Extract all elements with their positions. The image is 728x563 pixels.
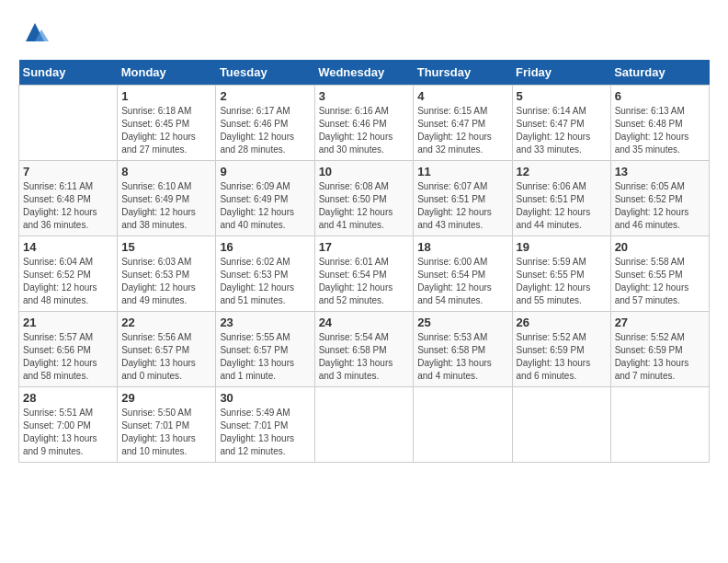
calendar-cell: 24Sunrise: 5:54 AM Sunset: 6:58 PM Dayli…: [314, 312, 414, 387]
day-info: Sunrise: 6:17 AM Sunset: 6:46 PM Dayligh…: [220, 105, 310, 156]
day-number: 1: [121, 89, 211, 103]
day-info: Sunrise: 6:16 AM Sunset: 6:46 PM Dayligh…: [319, 105, 410, 156]
calendar-cell: 10Sunrise: 6:08 AM Sunset: 6:50 PM Dayli…: [314, 161, 414, 236]
day-info: Sunrise: 6:18 AM Sunset: 6:45 PM Dayligh…: [121, 105, 211, 156]
calendar-cell: 1Sunrise: 6:18 AM Sunset: 6:45 PM Daylig…: [118, 86, 216, 161]
day-of-week-header: Monday: [118, 60, 216, 86]
calendar-cell: 9Sunrise: 6:09 AM Sunset: 6:49 PM Daylig…: [216, 161, 314, 236]
calendar-cell: 20Sunrise: 5:58 AM Sunset: 6:55 PM Dayli…: [610, 236, 709, 312]
day-number: 27: [615, 316, 705, 329]
day-info: Sunrise: 6:01 AM Sunset: 6:54 PM Dayligh…: [319, 256, 410, 307]
calendar-cell: 2Sunrise: 6:17 AM Sunset: 6:46 PM Daylig…: [216, 86, 314, 161]
day-info: Sunrise: 5:55 AM Sunset: 6:57 PM Dayligh…: [220, 331, 310, 383]
day-info: Sunrise: 5:59 AM Sunset: 6:55 PM Dayligh…: [517, 256, 607, 307]
calendar-cell: 3Sunrise: 6:16 AM Sunset: 6:46 PM Daylig…: [314, 86, 414, 161]
calendar-cell: 27Sunrise: 5:52 AM Sunset: 6:59 PM Dayli…: [610, 312, 709, 387]
day-number: 18: [417, 240, 507, 254]
day-number: 2: [220, 89, 310, 103]
day-number: 13: [615, 165, 705, 178]
page-header: [18, 18, 710, 51]
day-info: Sunrise: 5:52 AM Sunset: 6:59 PM Dayligh…: [517, 331, 607, 383]
day-info: Sunrise: 6:06 AM Sunset: 6:51 PM Dayligh…: [517, 180, 607, 232]
day-info: Sunrise: 5:58 AM Sunset: 6:55 PM Dayligh…: [615, 256, 705, 307]
calendar-week-row: 28Sunrise: 5:51 AM Sunset: 7:00 PM Dayli…: [19, 387, 710, 463]
calendar-cell: [414, 387, 512, 463]
calendar-cell: 7Sunrise: 6:11 AM Sunset: 6:48 PM Daylig…: [19, 161, 118, 236]
calendar-cell: 8Sunrise: 6:10 AM Sunset: 6:49 PM Daylig…: [118, 161, 216, 236]
logo: [18, 18, 49, 51]
calendar-cell: [512, 387, 610, 463]
calendar-cell: 5Sunrise: 6:14 AM Sunset: 6:47 PM Daylig…: [512, 86, 610, 161]
calendar-cell: 25Sunrise: 5:53 AM Sunset: 6:58 PM Dayli…: [414, 312, 512, 387]
calendar-header-row: SundayMondayTuesdayWednesdayThursdayFrid…: [19, 60, 710, 86]
day-number: 20: [615, 240, 705, 254]
day-info: Sunrise: 5:56 AM Sunset: 6:57 PM Dayligh…: [121, 331, 211, 383]
calendar-cell: [610, 387, 709, 463]
calendar-cell: 23Sunrise: 5:55 AM Sunset: 6:57 PM Dayli…: [216, 312, 314, 387]
day-of-week-header: Saturday: [610, 60, 709, 86]
calendar-cell: 22Sunrise: 5:56 AM Sunset: 6:57 PM Dayli…: [118, 312, 216, 387]
calendar-cell: 13Sunrise: 6:05 AM Sunset: 6:52 PM Dayli…: [610, 161, 709, 236]
day-info: Sunrise: 6:00 AM Sunset: 6:54 PM Dayligh…: [417, 256, 507, 307]
day-info: Sunrise: 6:03 AM Sunset: 6:53 PM Dayligh…: [121, 256, 211, 307]
day-info: Sunrise: 6:05 AM Sunset: 6:52 PM Dayligh…: [615, 180, 705, 232]
calendar-cell: [19, 86, 118, 161]
calendar-cell: 15Sunrise: 6:03 AM Sunset: 6:53 PM Dayli…: [118, 236, 216, 312]
logo-text: [18, 18, 49, 51]
day-number: 16: [220, 240, 310, 254]
calendar-cell: 4Sunrise: 6:15 AM Sunset: 6:47 PM Daylig…: [414, 86, 512, 161]
day-info: Sunrise: 5:57 AM Sunset: 6:56 PM Dayligh…: [23, 331, 113, 383]
day-info: Sunrise: 5:49 AM Sunset: 7:01 PM Dayligh…: [220, 407, 310, 458]
day-info: Sunrise: 6:11 AM Sunset: 6:48 PM Dayligh…: [23, 180, 113, 232]
day-info: Sunrise: 6:15 AM Sunset: 6:47 PM Dayligh…: [417, 105, 507, 156]
day-number: 9: [220, 165, 310, 178]
day-number: 5: [517, 89, 607, 103]
day-number: 28: [23, 391, 113, 405]
calendar-cell: 6Sunrise: 6:13 AM Sunset: 6:48 PM Daylig…: [610, 86, 709, 161]
calendar-week-row: 21Sunrise: 5:57 AM Sunset: 6:56 PM Dayli…: [19, 312, 710, 387]
day-number: 21: [23, 316, 113, 329]
calendar-cell: 26Sunrise: 5:52 AM Sunset: 6:59 PM Dayli…: [512, 312, 610, 387]
logo-icon: [21, 18, 49, 46]
day-number: 4: [417, 89, 507, 103]
day-number: 10: [319, 165, 410, 178]
day-of-week-header: Sunday: [19, 60, 118, 86]
day-number: 24: [319, 316, 410, 329]
day-number: 12: [517, 165, 607, 178]
day-of-week-header: Friday: [512, 60, 610, 86]
day-number: 23: [220, 316, 310, 329]
day-info: Sunrise: 6:02 AM Sunset: 6:53 PM Dayligh…: [220, 256, 310, 307]
calendar-cell: 11Sunrise: 6:07 AM Sunset: 6:51 PM Dayli…: [414, 161, 512, 236]
day-info: Sunrise: 5:50 AM Sunset: 7:01 PM Dayligh…: [121, 407, 211, 458]
day-number: 19: [517, 240, 607, 254]
day-info: Sunrise: 6:09 AM Sunset: 6:49 PM Dayligh…: [220, 180, 310, 232]
day-number: 7: [23, 165, 113, 178]
day-number: 14: [23, 240, 113, 254]
calendar-week-row: 1Sunrise: 6:18 AM Sunset: 6:45 PM Daylig…: [19, 86, 710, 161]
calendar-week-row: 14Sunrise: 6:04 AM Sunset: 6:52 PM Dayli…: [19, 236, 710, 312]
day-info: Sunrise: 5:54 AM Sunset: 6:58 PM Dayligh…: [319, 331, 410, 383]
day-number: 3: [319, 89, 410, 103]
day-info: Sunrise: 6:13 AM Sunset: 6:48 PM Dayligh…: [615, 105, 705, 156]
day-info: Sunrise: 5:53 AM Sunset: 6:58 PM Dayligh…: [417, 331, 507, 383]
day-number: 25: [417, 316, 507, 329]
day-info: Sunrise: 5:51 AM Sunset: 7:00 PM Dayligh…: [23, 407, 113, 458]
day-number: 6: [615, 89, 705, 103]
calendar-cell: 18Sunrise: 6:00 AM Sunset: 6:54 PM Dayli…: [414, 236, 512, 312]
day-number: 15: [121, 240, 211, 254]
calendar-cell: 28Sunrise: 5:51 AM Sunset: 7:00 PM Dayli…: [19, 387, 118, 463]
calendar-cell: 19Sunrise: 5:59 AM Sunset: 6:55 PM Dayli…: [512, 236, 610, 312]
day-number: 11: [417, 165, 507, 178]
day-info: Sunrise: 6:10 AM Sunset: 6:49 PM Dayligh…: [121, 180, 211, 232]
day-number: 29: [121, 391, 211, 405]
day-number: 17: [319, 240, 410, 254]
day-info: Sunrise: 6:14 AM Sunset: 6:47 PM Dayligh…: [517, 105, 607, 156]
calendar-cell: 21Sunrise: 5:57 AM Sunset: 6:56 PM Dayli…: [19, 312, 118, 387]
day-of-week-header: Wednesday: [314, 60, 414, 86]
calendar-cell: 29Sunrise: 5:50 AM Sunset: 7:01 PM Dayli…: [118, 387, 216, 463]
day-of-week-header: Thursday: [414, 60, 512, 86]
day-info: Sunrise: 6:07 AM Sunset: 6:51 PM Dayligh…: [417, 180, 507, 232]
day-number: 30: [220, 391, 310, 405]
day-info: Sunrise: 6:04 AM Sunset: 6:52 PM Dayligh…: [23, 256, 113, 307]
calendar-cell: 17Sunrise: 6:01 AM Sunset: 6:54 PM Dayli…: [314, 236, 414, 312]
